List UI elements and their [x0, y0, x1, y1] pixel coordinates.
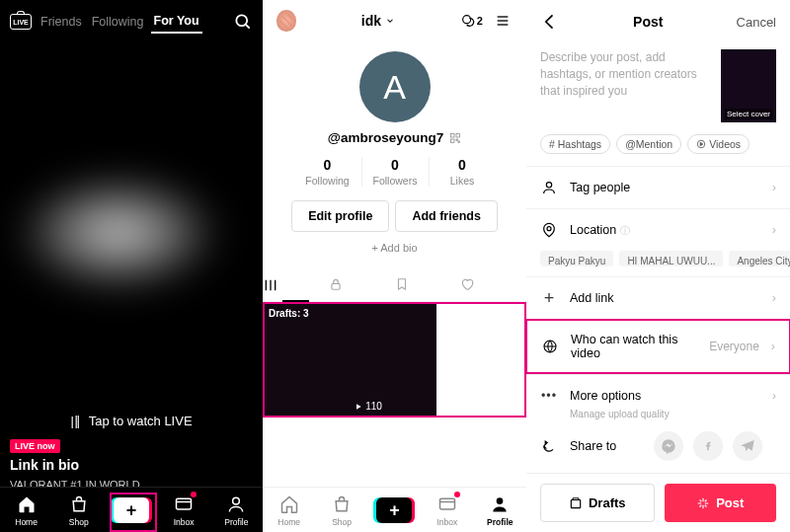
plus-icon: + [376, 497, 412, 523]
cancel-button[interactable]: Cancel [737, 15, 776, 30]
add-link-row[interactable]: + Add link › [526, 276, 790, 319]
add-bio-button[interactable]: + Add bio [263, 242, 526, 254]
drafts-count-label: Drafts: 3 [269, 308, 309, 319]
telegram-icon[interactable] [733, 431, 762, 461]
nav-shop[interactable]: Shop [320, 494, 363, 527]
tab-liked[interactable] [460, 269, 526, 301]
bars-icon: |‖ [70, 414, 80, 428]
chevron-right-icon: › [772, 389, 776, 403]
globe-icon [541, 338, 559, 355]
location-suggestions: Pakyu Pakyu HI MAHAL UWUU... Angeles Cit… [526, 251, 790, 276]
svg-rect-22 [571, 499, 580, 507]
profile-icon [225, 494, 247, 515]
video-feed[interactable]: |‖ Tap to watch LIVE LIVE now Link in bi… [0, 34, 263, 532]
nav-shop[interactable]: Shop [57, 494, 101, 527]
menu-icon[interactable] [493, 13, 513, 29]
svg-rect-10 [456, 139, 458, 141]
location-row[interactable]: Location ⓘ › [526, 208, 790, 251]
svg-rect-9 [451, 139, 455, 143]
svg-rect-2 [177, 498, 192, 509]
chevron-right-icon: › [772, 291, 776, 305]
drafts-icon [569, 496, 583, 510]
hashtags-chip[interactable]: # Hashtags [540, 134, 610, 154]
select-cover[interactable]: Select cover [721, 49, 776, 122]
tab-for-you[interactable]: For You [151, 10, 202, 34]
nav-inbox[interactable]: Inbox [162, 494, 205, 527]
drafts-cell[interactable]: Drafts: 3 [265, 304, 351, 416]
svg-rect-16 [439, 498, 454, 509]
mention-chip[interactable]: @Mention [616, 134, 681, 154]
loc-chip[interactable]: HI MAHAL UWUU... [619, 251, 723, 266]
edit-profile-button[interactable]: Edit profile [291, 200, 389, 232]
chevron-right-icon: › [772, 181, 776, 194]
drafts-grid: Drafts: 3 110 [263, 302, 526, 418]
tab-friends[interactable]: Friends [38, 11, 85, 33]
messenger-icon[interactable] [654, 431, 683, 461]
profile-panel: idk 2 A @ambroseyoung7 0Following 0Follo… [263, 0, 526, 532]
play-icon [355, 403, 362, 411]
svg-rect-11 [458, 141, 460, 143]
shop-icon [68, 494, 90, 515]
bottom-nav: Home Shop + Inbox Profile [263, 487, 526, 532]
add-friends-button[interactable]: Add friends [395, 200, 497, 232]
loc-chip[interactable]: Angeles City [729, 251, 790, 266]
stat-following[interactable]: 0Following [294, 157, 361, 187]
facebook-icon[interactable] [693, 431, 723, 461]
live-now-badge: LIVE now [10, 439, 60, 453]
tab-private[interactable] [329, 269, 395, 301]
highlight-privacy-row: Who can watch this video Everyone › [525, 319, 790, 374]
privacy-value: Everyone [709, 340, 759, 353]
home-icon [278, 494, 300, 515]
post-button[interactable]: Post [665, 484, 777, 522]
stat-followers[interactable]: 0Followers [361, 157, 429, 187]
sparkle-icon [696, 496, 710, 510]
feed-title: Link in bio [10, 457, 79, 473]
tab-saved[interactable] [395, 269, 461, 301]
loc-chip[interactable]: Pakyu Pakyu [540, 251, 613, 266]
search-icon[interactable] [233, 12, 253, 32]
account-switcher[interactable]: idk [361, 13, 395, 29]
nav-create[interactable]: + [372, 497, 416, 523]
svg-rect-23 [573, 497, 579, 499]
video-cell[interactable]: 110 [351, 304, 436, 416]
easter-egg-icon[interactable] [276, 10, 296, 32]
svg-rect-7 [451, 133, 455, 137]
qr-icon[interactable] [449, 132, 461, 144]
highlight-create-button [110, 493, 157, 532]
feed-panel: LIVE Friends Following For You |‖ Tap to… [0, 0, 263, 532]
more-icon: ••• [540, 387, 558, 405]
share-to-row: Share to [526, 419, 790, 473]
heart-icon [460, 277, 474, 291]
nav-home[interactable]: Home [268, 494, 311, 527]
stat-likes[interactable]: 0Likes [429, 157, 496, 187]
back-icon[interactable] [540, 12, 560, 32]
nav-profile[interactable]: Profile [214, 494, 258, 527]
svg-rect-8 [456, 133, 460, 137]
svg-point-20 [547, 227, 551, 231]
coin-icon[interactable]: 2 [460, 13, 483, 29]
videos-chip[interactable]: Videos [687, 134, 750, 154]
tab-posts[interactable] [263, 269, 329, 301]
location-icon [540, 221, 558, 239]
profile-tabs [263, 269, 526, 302]
notification-dot [454, 492, 460, 497]
live-icon[interactable]: LIVE [10, 14, 32, 30]
tag-people-row[interactable]: Tag people › [526, 166, 790, 208]
tab-following[interactable]: Following [89, 11, 147, 33]
shop-icon [331, 494, 353, 515]
who-can-watch-row[interactable]: Who can watch this video Everyone › [527, 321, 789, 372]
nav-inbox[interactable]: Inbox [426, 494, 469, 527]
more-options-subtext: Manage upload quality [526, 409, 790, 419]
post-panel: Post Cancel Describe your post, add hash… [526, 0, 790, 532]
drafts-button[interactable]: Drafts [540, 484, 655, 522]
nav-home[interactable]: Home [5, 494, 48, 527]
svg-point-19 [546, 183, 551, 188]
nav-profile[interactable]: Profile [478, 494, 521, 527]
feed-grid-icon [263, 277, 278, 293]
avatar[interactable]: A [359, 51, 431, 122]
bookmark-icon [395, 277, 409, 291]
username: @ambroseyoung7 [263, 130, 526, 145]
description-input[interactable]: Describe your post, add hashtags, or men… [540, 49, 711, 122]
profile-icon [489, 494, 511, 515]
tap-to-watch-live[interactable]: |‖ Tap to watch LIVE [0, 414, 263, 428]
